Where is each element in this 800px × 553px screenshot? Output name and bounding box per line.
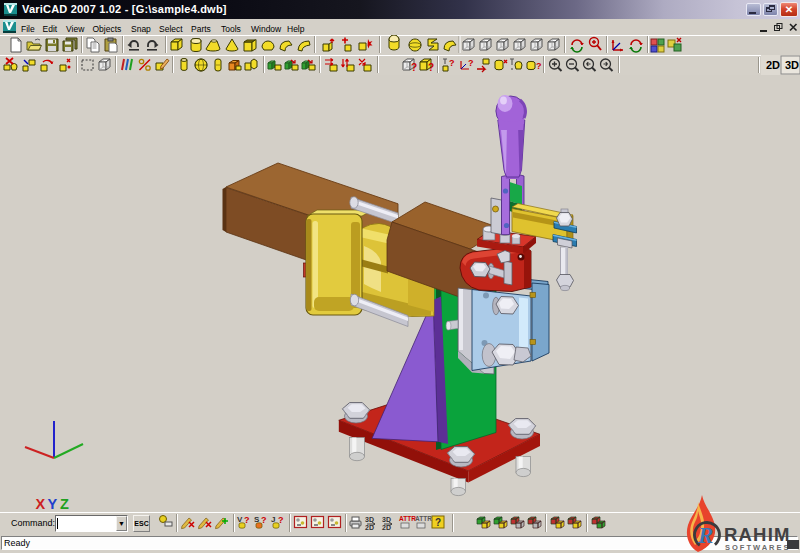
svg-text:X: X [36,496,46,512]
svg-text:ATTR: ATTR [399,515,416,522]
svg-text:3D: 3D [785,59,799,71]
svg-text:Y: Y [48,496,58,512]
svg-text:?: ? [468,58,474,68]
svg-text:2D: 2D [365,524,374,531]
svg-text:?: ? [536,61,542,71]
svg-text:?: ? [435,517,441,528]
svg-text:?: ? [411,62,417,73]
svg-text:ATTR: ATTR [415,515,432,522]
svg-text:?: ? [428,62,434,73]
svg-text:?: ? [449,58,455,68]
svg-text:SOFTWARES: SOFTWARES [725,543,791,552]
svg-text:2D: 2D [382,524,391,531]
svg-text:R: R [697,523,713,548]
svg-text:2D: 2D [766,59,780,71]
svg-text:Z: Z [60,496,69,512]
